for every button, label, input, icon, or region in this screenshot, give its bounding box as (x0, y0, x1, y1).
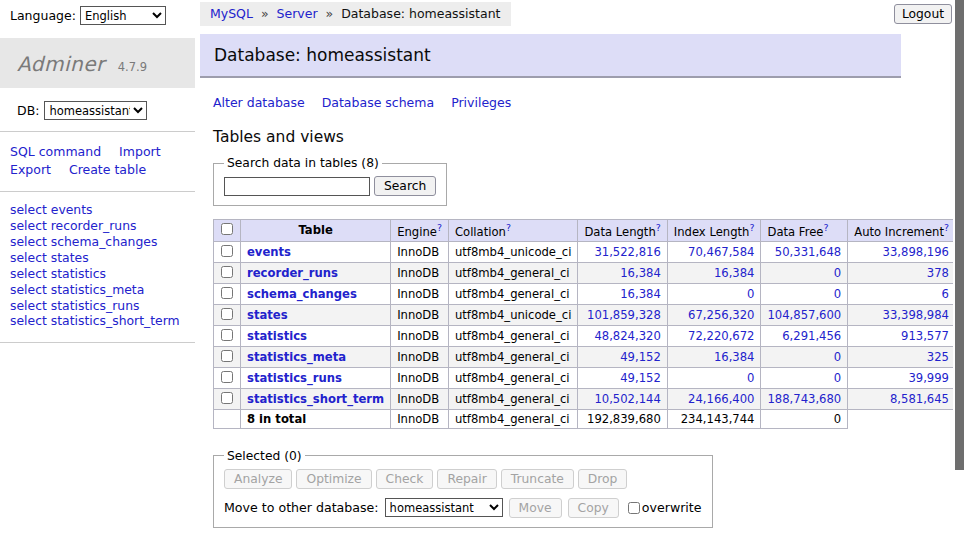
table-row: eventsInnoDButf8mb4_unicode_ci31,522,816… (214, 241, 966, 262)
data-free-link[interactable]: 0 (834, 350, 841, 364)
index-length-link[interactable]: 16,384 (714, 266, 755, 280)
help-link[interactable]: ? (944, 222, 949, 233)
select-all-checkbox[interactable] (221, 223, 233, 235)
sidebar-select-schema-changes-link[interactable]: select schema_changes (10, 234, 195, 250)
auto-increment-link[interactable]: 6 (942, 287, 949, 301)
table-name-link[interactable]: events (247, 245, 291, 259)
alter-database-link[interactable]: Alter database (213, 95, 305, 110)
row-checkbox[interactable] (221, 329, 233, 341)
sidebar-select-statistics-link[interactable]: select statistics (10, 266, 195, 282)
data-length-link[interactable]: 48,824,320 (594, 329, 660, 343)
row-checkbox[interactable] (221, 308, 233, 320)
data-free-link[interactable]: 50,331,648 (775, 245, 841, 259)
move-row: Move to other database: homeassistant Mo… (224, 498, 702, 518)
data-free-cell: 0 (761, 367, 848, 388)
auto-increment-link[interactable]: 39,999 (908, 371, 949, 385)
data-length-link[interactable]: 49,152 (620, 350, 661, 364)
index-length-link[interactable]: 70,467,584 (688, 245, 754, 259)
collation-cell: utf8mb4_unicode_ci (448, 304, 577, 325)
auto-increment-link[interactable]: 8,581,645 (890, 392, 949, 406)
auto-increment-cell: 8,581,645 (848, 388, 956, 409)
sidebar-select-states-link[interactable]: select states (10, 250, 195, 266)
data-free-link[interactable]: 0 (834, 371, 841, 385)
help-link[interactable]: ? (506, 222, 511, 233)
auto-increment-link[interactable]: 378 (927, 266, 949, 280)
check-button: Check (376, 469, 434, 489)
data-length-link[interactable]: 16,384 (620, 287, 661, 301)
sidebar-select-statistics-meta-link[interactable]: select statistics_meta (10, 282, 195, 298)
language-select[interactable]: English (80, 6, 166, 25)
help-link[interactable]: ? (656, 222, 661, 233)
data-length-link[interactable]: 49,152 (620, 371, 661, 385)
repair-button: Repair (437, 469, 496, 489)
column-header-engine: Engine? (391, 220, 449, 242)
data-free-link[interactable]: 0 (834, 287, 841, 301)
breadcrumb-server-type[interactable]: MySQL (210, 6, 253, 21)
index-length-link[interactable]: 72,220,672 (688, 329, 754, 343)
index-length-link[interactable]: 0 (747, 371, 754, 385)
data-free-link[interactable]: 0 (834, 266, 841, 280)
index-length-link[interactable]: 67,256,320 (688, 308, 754, 322)
db-select[interactable]: homeassistant (44, 101, 147, 120)
logout-button[interactable]: Logout (894, 4, 952, 24)
table-name-link[interactable]: schema_changes (247, 287, 357, 301)
table-name-link[interactable]: states (247, 308, 288, 322)
auto-increment-link[interactable]: 913,577 (901, 329, 949, 343)
vertical-scrollbar[interactable] (953, 0, 966, 543)
row-checkbox[interactable] (221, 266, 233, 278)
index-length-link[interactable]: 24,166,400 (688, 392, 754, 406)
data-free-link[interactable]: 188,743,680 (767, 392, 841, 406)
auto-increment-link[interactable]: 33,898,196 (883, 245, 949, 259)
row-checkbox[interactable] (221, 245, 233, 257)
language-row: Language:English (0, 0, 195, 32)
move-db-select[interactable]: homeassistant (385, 498, 503, 517)
index-length-cell: 24,166,400 (667, 388, 761, 409)
table-row: statistics_metaInnoDButf8mb4_general_ci4… (214, 346, 966, 367)
data-length-link[interactable]: 31,522,816 (594, 245, 660, 259)
export-link[interactable]: Export (10, 162, 51, 177)
data-length-link[interactable]: 16,384 (620, 266, 661, 280)
search-button[interactable]: Search (374, 176, 436, 196)
scrollbar-thumb[interactable] (955, 0, 964, 470)
data-free-link[interactable]: 104,857,600 (767, 308, 841, 322)
table-name-cell: recorder_runs (241, 262, 391, 283)
table-name-link[interactable]: statistics_meta (247, 350, 346, 364)
index-length-cell: 70,467,584 (667, 241, 761, 262)
import-link[interactable]: Import (119, 144, 161, 159)
main-content: MySQL » Server » Database: homeassistant… (200, 0, 901, 543)
data-length-link[interactable]: 10,502,144 (594, 392, 660, 406)
table-name-link[interactable]: recorder_runs (247, 266, 338, 280)
data-free-link[interactable]: 6,291,456 (782, 329, 841, 343)
sidebar-select-statistics-runs-link[interactable]: select statistics_runs (10, 298, 195, 314)
index-length-link[interactable]: 16,384 (714, 350, 755, 364)
data-length-cell: 16,384 (578, 262, 667, 283)
database-schema-link[interactable]: Database schema (322, 95, 434, 110)
search-input[interactable] (224, 177, 370, 196)
create-table-link[interactable]: Create table (69, 162, 146, 177)
sidebar-select-recorder-runs-link[interactable]: select recorder_runs (10, 218, 195, 234)
breadcrumb-server[interactable]: Server (277, 6, 318, 21)
sidebar-select-events-link[interactable]: select events (10, 202, 195, 218)
auto-increment-link[interactable]: 325 (927, 350, 949, 364)
help-link[interactable]: ? (749, 222, 754, 233)
table-name-link[interactable]: statistics (247, 329, 307, 343)
engine-cell: InnoDB (391, 346, 449, 367)
total-data-length-cell: 192,839,680 (578, 409, 667, 428)
table-row: statisticsInnoDButf8mb4_general_ci48,824… (214, 325, 966, 346)
sql-command-link[interactable]: SQL command (10, 144, 101, 159)
row-checkbox[interactable] (221, 371, 233, 383)
row-checkbox[interactable] (221, 287, 233, 299)
overwrite-checkbox[interactable] (628, 502, 640, 514)
column-header-table: Table (241, 220, 391, 242)
help-link[interactable]: ? (437, 222, 442, 233)
data-length-link[interactable]: 101,859,328 (587, 308, 661, 322)
privileges-link[interactable]: Privileges (451, 95, 511, 110)
help-link[interactable]: ? (823, 222, 828, 233)
row-checkbox[interactable] (221, 392, 233, 404)
table-name-link[interactable]: statistics_short_term (247, 392, 384, 406)
table-name-link[interactable]: statistics_runs (247, 371, 342, 385)
sidebar-select-statistics-short-term-link[interactable]: select statistics_short_term (10, 313, 195, 329)
row-checkbox[interactable] (221, 350, 233, 362)
auto-increment-link[interactable]: 33,398,984 (883, 308, 949, 322)
index-length-link[interactable]: 0 (747, 287, 754, 301)
